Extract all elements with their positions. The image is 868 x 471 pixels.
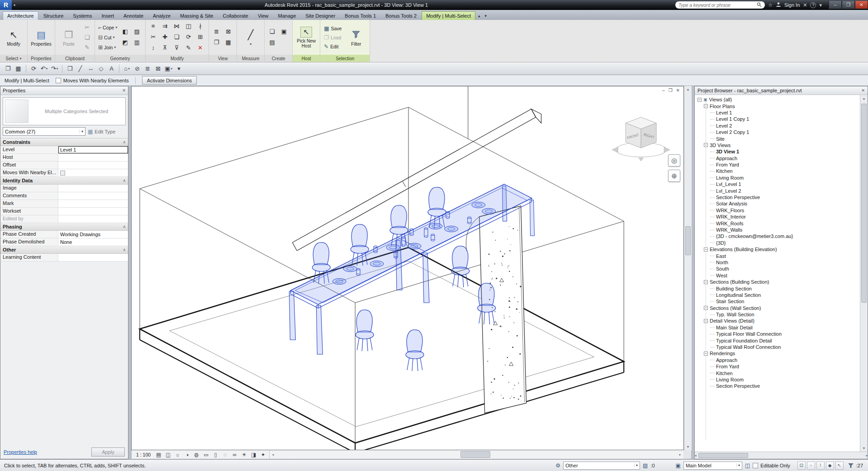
browser-hscroll-track[interactable] [697,452,866,459]
view-close-icon[interactable]: ✕ [676,88,680,93]
tab-modify-multi-select[interactable]: Modify | Multi-Select [422,11,475,20]
tree-expander[interactable]: − [704,143,708,147]
ribbon-display-dropdown-icon[interactable]: ▾ [483,14,489,20]
exchange-apps-icon[interactable]: ✕ [803,2,807,8]
tile-views-button[interactable]: ▦ [223,38,233,47]
browser-item-west[interactable]: West [695,272,860,279]
horizontal-scrollbar[interactable]: ◂ ▸ [270,450,683,459]
browser-scroll-thumb[interactable] [861,104,867,303]
redo-button[interactable]: ↷▾ [50,64,59,74]
tree-expander[interactable]: − [704,352,708,356]
drag-elements-on-selection-toggle[interactable]: ↖ [835,461,844,470]
switch-windows-button[interactable]: ▣▾ [164,64,173,74]
prop-value[interactable]: Working Drawings [58,231,128,238]
properties-close-icon[interactable]: ✕ [122,88,126,93]
browser-item-longitudinal-section[interactable]: Longitudinal Section [695,292,860,298]
select-underlay-elements-toggle[interactable]: ▫ [807,461,815,470]
close-button[interactable]: ✕ [855,1,868,9]
section-button[interactable]: ⊘ [133,64,142,74]
favorites-star-icon[interactable]: ☆ [768,2,773,8]
temporary-view-properties-button[interactable]: ◨ [249,451,258,459]
horizontal-scroll-thumb[interactable] [460,451,490,458]
properties-filter-combo[interactable]: Common (27) ▾ [3,127,85,136]
browser-item-building-section[interactable]: Building Section [695,285,860,291]
browser-item-approach[interactable]: Approach [695,357,860,363]
tab-systems[interactable]: Systems [68,11,96,20]
browser-item-north[interactable]: North [695,259,860,266]
shadows-button[interactable]: ◑ [183,451,191,459]
tree-expander[interactable]: − [704,319,708,323]
tool-rotate-button[interactable]: ⟳ [183,32,194,42]
ribbon-minimize-icon[interactable]: ▴ [476,14,483,20]
prop-checkbox[interactable] [60,171,65,176]
thin-lines-button[interactable]: ≣ [143,64,152,74]
browser-item-from-yard[interactable]: From Yard [695,162,860,168]
browser-item-typical-foundation-detail[interactable]: Typical Foundation Detail [695,337,860,343]
tool-copy-button[interactable]: ❏ [171,32,182,42]
tree-expander[interactable]: − [704,306,708,310]
help-search-box[interactable] [675,1,765,9]
type-selector[interactable]: Multiple Categories Selected [3,97,126,125]
tab-collaborate[interactable]: Collaborate [218,11,253,20]
properties-toggle-button[interactable]: ▤ Properties [30,28,52,47]
view-minimize-icon[interactable]: – [662,88,665,93]
measure-dropdown-icon[interactable]: ▾ [250,42,251,47]
browser-item-level-1-copy-1[interactable]: Level 1 Copy 1 [695,116,860,122]
prop-value[interactable] [58,254,128,261]
browser-item-3d-view-1[interactable]: 3D View 1 [695,148,860,155]
create-group-button[interactable]: ❏ [267,27,277,36]
detail-level-button[interactable]: ▤ [154,451,163,459]
floor-slab[interactable] [140,247,624,450]
vertical-scroll-track[interactable] [684,93,692,443]
view-restore-icon[interactable]: ❐ [669,88,673,93]
select-pinned-elements-toggle[interactable]: ⊺ [816,461,825,470]
tool-wall-joins-button[interactable]: ▥ [132,38,142,47]
worksets-icon[interactable]: ⚙ [555,462,560,469]
browser-item-typical-floor-wall-connection[interactable]: Typical Floor Wall Connection [695,331,860,337]
tab-annotate[interactable]: Annotate [119,11,148,20]
browser-item-approach[interactable]: Approach [695,155,860,162]
gray-inactive-worksets-icon[interactable]: ▧ [643,462,648,469]
tab-bonus-tools-1[interactable]: Bonus Tools 1 [340,11,380,20]
apply-button[interactable]: Apply [91,447,125,457]
viewcube[interactable]: FRONTRIGHT [612,117,670,161]
maximize-button[interactable]: ❐ [842,1,855,9]
reveal-hidden-elements-button[interactable]: ☀ [240,451,248,459]
tool-move-button[interactable]: ✚ [160,32,170,42]
wall-section[interactable] [466,206,526,413]
sync-with-central-button[interactable]: ⟳ [29,64,38,74]
tool-trim-extend-button[interactable]: ✂ [148,32,158,42]
measure-button[interactable]: ╱ ▾ [239,28,262,47]
tool-delete-button[interactable]: ✕ [195,43,205,52]
application-menu-button[interactable]: R [0,0,12,10]
browser-item-3d-cmckeown-metier3-com-au[interactable]: {3D - cmckeown@metier3.com.au} [695,233,860,239]
combo-dropdown-icon[interactable]: ▾ [80,129,83,133]
aligned-dimension-button[interactable]: ↔ [86,64,95,74]
tab-views-button[interactable]: ❐ [211,38,222,47]
tool-match-type-button[interactable]: ✎ [183,43,194,52]
select-elements-by-face-toggle[interactable]: ◆ [826,461,834,470]
text-button[interactable]: A [107,64,116,74]
default-3d-view-button[interactable]: ⌂▾ [122,64,132,74]
application-menu-arrow-icon[interactable]: ▾ [12,3,17,7]
prop-value[interactable] [58,208,128,215]
browser-item-detail-views-detail[interactable]: −Detail Views (Detail) [695,318,860,324]
highlight-displacement-sets-button[interactable]: ✦ [259,451,267,459]
browser-item-typical-wall-roof-connection[interactable]: Typical Wall Roof Connection [695,344,860,350]
tool-mirror-draw-axis-button[interactable]: ◫ [183,21,194,31]
tool-array-button[interactable]: ⊞ [195,32,205,42]
design-options-combo[interactable]: Main Model ▾ [683,461,742,470]
customize-quick-access-button[interactable]: ▾ [174,64,184,74]
properties-header[interactable]: Properties ✕ [0,86,128,95]
close-hidden-windows-button[interactable]: ⊠ [153,64,163,74]
browser-scroll-up-arrow[interactable]: ▲ [860,95,868,102]
measure-button[interactable]: ╱ [76,64,85,74]
browser-scroll-down-arrow[interactable]: ▼ [860,445,868,452]
tab-analyze[interactable]: Analyze [148,11,175,20]
browser-item-floor-plans[interactable]: −Floor Plans [695,103,860,109]
view-window[interactable]: FRONTRIGHT – ❐ ✕ ◎⊕ [131,86,684,450]
temporary-hide-isolate-button[interactable]: ∞ [230,451,239,459]
tree-expander[interactable]: − [704,280,708,284]
browser-item-level-2-copy-1[interactable]: Level 2 Copy 1 [695,129,860,135]
browser-item-3d-views[interactable]: −3D Views [695,142,860,148]
